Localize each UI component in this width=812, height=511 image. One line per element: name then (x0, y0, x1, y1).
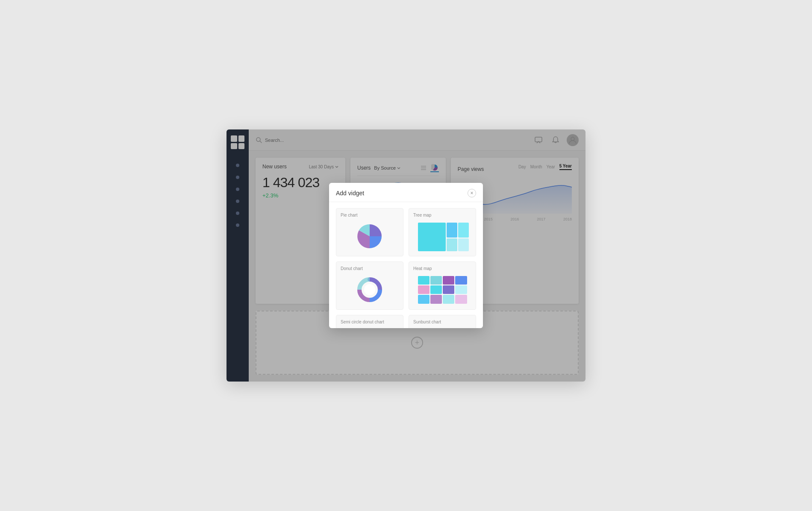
pie-chart-svg (357, 223, 382, 249)
semicircle-preview (341, 328, 399, 328)
treemap-cell-e (458, 238, 469, 251)
hm-12 (455, 295, 467, 303)
semicircle-label: Semi circle donut chart (341, 320, 399, 324)
treemap-cell-d (447, 238, 457, 251)
treemap-cell-c (458, 223, 469, 238)
hm-6 (430, 285, 442, 294)
modal-overlay: Add vidget × Pie chart (249, 129, 585, 382)
treemap-cell-b (447, 223, 457, 238)
treemap-cell-a (418, 223, 446, 251)
sunburst-label: Sunburst chart (413, 320, 471, 324)
heatmap-label: Heat map (413, 266, 471, 271)
pie-chart-preview (341, 221, 399, 252)
donut-label: Donut chart (341, 266, 399, 271)
hm-8 (455, 285, 467, 294)
hm-1 (418, 276, 430, 285)
widget-option-sunburst[interactable]: Sunburst chart (409, 315, 476, 328)
donut-preview (341, 274, 399, 305)
pie-chart-label: Pie chart (341, 213, 399, 217)
svg-point-9 (364, 284, 375, 295)
hm-7 (443, 285, 454, 294)
modal-close-button[interactable]: × (468, 189, 476, 197)
heatmap-grid (418, 276, 467, 304)
donut-chart-svg (357, 277, 382, 302)
modal-body: Pie chart (329, 202, 483, 328)
widget-type-grid: Pie chart (336, 208, 476, 328)
hm-3 (443, 276, 454, 285)
add-widget-modal: Add vidget × Pie chart (329, 183, 483, 328)
widget-option-semicircle[interactable]: Semi circle donut chart (336, 315, 403, 328)
heatmap-preview (413, 274, 471, 305)
main-content: New users Last 30 Days 1 434 023 +2.3% (249, 129, 585, 382)
widget-option-donut[interactable]: Donut chart (336, 261, 403, 310)
hm-4 (455, 276, 467, 285)
treemap-label: Tree map (413, 213, 471, 217)
widget-option-pie[interactable]: Pie chart (336, 208, 403, 256)
sunburst-preview (413, 328, 471, 328)
modal-title: Add vidget (336, 190, 364, 197)
hm-2 (430, 276, 442, 285)
widget-option-heatmap[interactable]: Heat map (409, 261, 476, 310)
widget-option-treemap[interactable]: Tree map (409, 208, 476, 256)
hm-9 (418, 295, 430, 303)
hm-11 (443, 295, 454, 303)
hm-10 (430, 295, 442, 303)
treemap-preview (413, 221, 471, 252)
browser-window: New users Last 30 Days 1 434 023 +2.3% (227, 129, 585, 382)
treemap-grid (418, 223, 467, 250)
hm-5 (418, 285, 430, 294)
modal-header: Add vidget × (329, 183, 483, 202)
